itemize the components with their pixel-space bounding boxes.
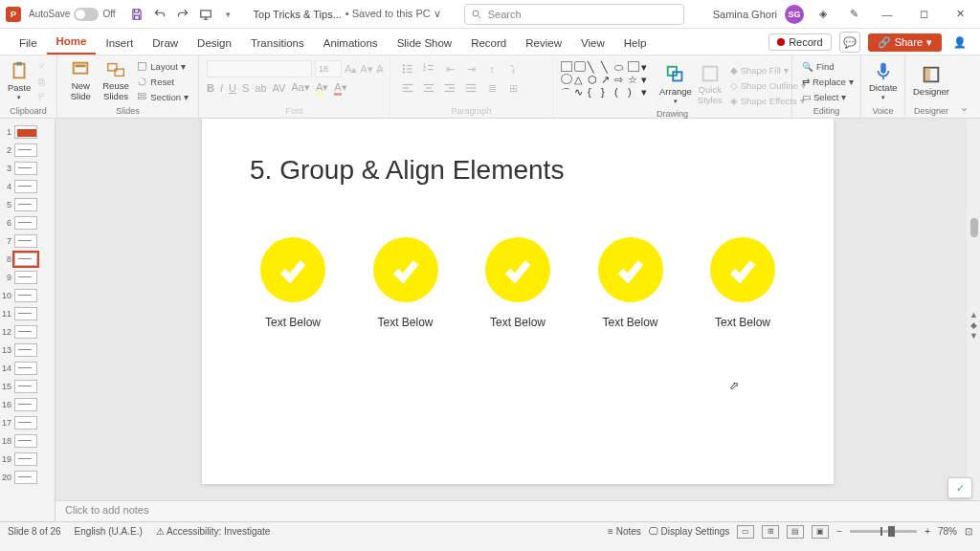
columns-icon[interactable]: ≣: [482, 79, 501, 97]
section-button[interactable]: Section ▾: [135, 90, 190, 104]
text-direction-icon[interactable]: ⤵: [503, 60, 523, 77]
fit-window-button[interactable]: ⊡: [965, 526, 972, 537]
thumb-slide-16[interactable]: 16: [2, 395, 53, 413]
thumb-slide-3[interactable]: 3: [2, 159, 53, 177]
tab-insert[interactable]: Insert: [96, 33, 143, 55]
find-button[interactable]: 🔍 Find: [800, 59, 856, 74]
status-display[interactable]: 🖵 Display Settings: [649, 526, 729, 537]
tab-record[interactable]: Record: [461, 33, 516, 55]
thumb-slide-20[interactable]: 20: [2, 468, 53, 486]
autosave-toggle[interactable]: [74, 8, 99, 21]
replace-button[interactable]: ⇄ Replace ▾: [800, 75, 856, 89]
slide-thumbnails[interactable]: 1234567891011121314151617181920: [0, 119, 56, 521]
thumb-slide-15[interactable]: 15: [2, 377, 53, 395]
tab-design[interactable]: Design: [188, 33, 241, 55]
reset-button[interactable]: Reset: [135, 75, 190, 89]
slide-canvas[interactable]: 5. Group & Align Elements Text BelowText…: [202, 119, 834, 484]
copy-button[interactable]: [34, 75, 49, 89]
align-center-icon[interactable]: [419, 79, 438, 97]
thumb-slide-17[interactable]: 17: [2, 413, 53, 431]
thumb-slide-8[interactable]: 8: [2, 250, 53, 268]
thumb-slide-4[interactable]: 4: [2, 177, 53, 195]
account-button[interactable]: 👤: [949, 32, 970, 53]
numbering-icon[interactable]: 12: [419, 60, 438, 77]
thumb-slide-13[interactable]: 13: [2, 341, 53, 359]
quick-styles-button[interactable]: Quick Styles: [698, 61, 723, 107]
align-right-icon[interactable]: [440, 79, 459, 97]
floating-confirm-icon[interactable]: ✓: [947, 477, 972, 498]
italic-button[interactable]: I: [220, 82, 223, 94]
doc-title[interactable]: Top Tricks & Tips...: [254, 9, 342, 20]
reading-view-button[interactable]: ▤: [787, 525, 804, 539]
zoom-in-button[interactable]: +: [924, 526, 930, 537]
dedent-icon[interactable]: ⇤: [440, 60, 459, 77]
select-button[interactable]: ▭ Select ▾: [800, 90, 856, 104]
coming-soon-icon[interactable]: ◈: [814, 6, 832, 23]
shadow-button[interactable]: ab: [255, 82, 266, 94]
share-button[interactable]: 🔗 Share ▾: [868, 33, 942, 52]
normal-view-button[interactable]: ▭: [737, 525, 754, 539]
tab-home[interactable]: Home: [47, 32, 97, 55]
save-icon[interactable]: [128, 6, 145, 23]
designer-button[interactable]: Designer: [913, 57, 949, 103]
shape-fill-button[interactable]: ◆ Shape Fill ▾: [728, 63, 808, 77]
cut-button[interactable]: [34, 59, 49, 74]
thumb-slide-11[interactable]: 11: [2, 304, 53, 322]
undo-icon[interactable]: [151, 6, 168, 23]
thumb-slide-14[interactable]: 14: [2, 359, 53, 377]
font-color-button[interactable]: A▾: [334, 81, 346, 94]
spacing-button[interactable]: AV: [273, 82, 286, 94]
clear-format-icon[interactable]: A̷: [376, 63, 384, 76]
minimize-button[interactable]: —: [873, 0, 902, 29]
arrange-button[interactable]: Arrange▾: [659, 61, 692, 107]
tab-view[interactable]: View: [571, 33, 614, 55]
paste-button[interactable]: Paste▾: [8, 57, 31, 103]
underline-button[interactable]: U: [229, 82, 236, 94]
thumb-slide-6[interactable]: 6: [2, 213, 53, 231]
dictate-button[interactable]: Dictate▾: [869, 57, 898, 103]
thumb-slide-10[interactable]: 10: [2, 286, 53, 304]
qat-customize-icon[interactable]: ▾: [220, 6, 237, 23]
tab-transitions[interactable]: Transitions: [241, 33, 314, 55]
thumb-slide-9[interactable]: 9: [2, 268, 53, 286]
ribbon-collapse-icon[interactable]: ⌄: [957, 55, 970, 118]
bold-button[interactable]: B: [207, 82, 214, 94]
tab-review[interactable]: Review: [516, 33, 571, 55]
maximize-button[interactable]: ◻: [909, 0, 938, 29]
tab-draw[interactable]: Draw: [143, 33, 188, 55]
zoom-slider[interactable]: [850, 530, 917, 533]
thumb-slide-5[interactable]: 5: [2, 195, 53, 213]
line-spacing-icon[interactable]: ↕: [482, 60, 501, 77]
thumb-slide-12[interactable]: 12: [2, 322, 53, 341]
strike-button[interactable]: S: [242, 82, 249, 94]
search-box[interactable]: Search: [464, 4, 684, 25]
slide-nav-handles[interactable]: ▲◆▼: [969, 310, 977, 339]
shape-outline-button[interactable]: ◇ Shape Outline ▾: [728, 78, 808, 93]
redo-icon[interactable]: [174, 6, 191, 23]
layout-button[interactable]: Layout ▾: [135, 59, 190, 74]
bullets-icon[interactable]: [398, 60, 417, 77]
case-button[interactable]: Aa▾: [291, 81, 309, 94]
avatar[interactable]: SG: [785, 5, 804, 24]
zoom-out-button[interactable]: −: [836, 526, 842, 537]
ink-icon[interactable]: ✎: [845, 6, 862, 23]
tab-file[interactable]: File: [10, 33, 47, 55]
shrink-font-icon[interactable]: A▾: [360, 63, 372, 76]
tab-help[interactable]: Help: [614, 33, 657, 55]
status-notes[interactable]: ≡ Notes: [608, 526, 641, 537]
indent-icon[interactable]: ⇥: [461, 60, 480, 77]
comments-button[interactable]: 💬: [839, 32, 860, 53]
font-family-select[interactable]: [207, 60, 312, 77]
thumb-slide-18[interactable]: 18: [2, 431, 53, 450]
format-painter-button[interactable]: [34, 90, 49, 104]
doc-status[interactable]: • Saved to this PC ∨: [345, 8, 441, 20]
sorter-view-button[interactable]: ⊞: [762, 525, 779, 539]
zoom-level[interactable]: 78%: [938, 526, 957, 537]
user-name[interactable]: Samina Ghori: [713, 9, 777, 20]
shape-effects-button[interactable]: ◈ Shape Effects ▾: [728, 94, 808, 108]
reuse-slides-button[interactable]: Reuse Slides: [100, 57, 132, 103]
start-slideshow-icon[interactable]: [197, 6, 214, 23]
thumb-slide-1[interactable]: 1: [2, 122, 53, 141]
slideshow-view-button[interactable]: ▣: [812, 525, 829, 539]
thumb-slide-2[interactable]: 2: [2, 141, 53, 159]
